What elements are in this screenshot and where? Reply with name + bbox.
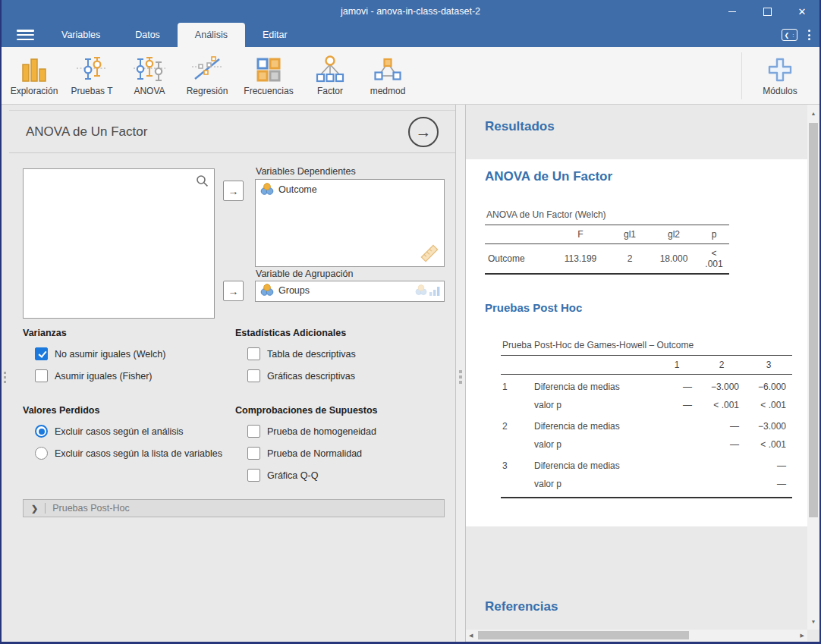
table-cell bbox=[698, 454, 745, 475]
scroll-right-icon[interactable]: ▶ bbox=[801, 633, 804, 638]
table-header-cell: gl1 bbox=[611, 225, 649, 244]
table-header-cell bbox=[531, 356, 656, 375]
vertical-scrollbar[interactable]: ▲ ▼ bbox=[807, 105, 819, 630]
table-cell: < .001 bbox=[745, 396, 792, 414]
tab-editar[interactable]: Editar bbox=[245, 23, 305, 47]
radio-excluir-lista[interactable]: Excluir casos según la lista de variable… bbox=[35, 447, 222, 460]
radio-excluir-analisis[interactable]: Excluir casos según el análisis bbox=[35, 425, 184, 438]
radio-unselected-icon[interactable] bbox=[35, 447, 48, 460]
scroll-up-icon[interactable]: ▲ bbox=[807, 111, 819, 116]
ribbon-regresion[interactable]: Regresión bbox=[179, 55, 235, 96]
variable-name: Outcome bbox=[278, 184, 317, 195]
checkbox-unchecked-icon[interactable] bbox=[247, 369, 260, 382]
results-title: Resultados bbox=[485, 119, 555, 134]
checkbox-unchecked-icon[interactable] bbox=[247, 425, 260, 438]
maximize-button[interactable] bbox=[750, 0, 785, 23]
posthoc-collapsed-section[interactable]: ❯ Pruebas Post-Hoc bbox=[23, 499, 445, 517]
assign-arrow-icon: → bbox=[228, 285, 239, 297]
checkbox-graficas-descriptivas[interactable]: Gráficas descriptivas bbox=[247, 369, 355, 382]
allowed-types-icons bbox=[415, 284, 440, 296]
variable-item-outcome[interactable]: Outcome bbox=[256, 180, 444, 199]
table-header-cell: p bbox=[699, 225, 729, 244]
ribbon-modulos[interactable]: Módulos bbox=[744, 55, 816, 96]
window-title: jamovi - anova-in-class-dataset-2 bbox=[0, 0, 821, 23]
horizontal-scrollbar[interactable]: ◀ ▶ bbox=[466, 630, 807, 641]
checkbox-fisher[interactable]: Asumir iguales (Fisher) bbox=[35, 369, 153, 382]
title-bar: jamovi - anova-in-class-dataset-2 ✕ bbox=[0, 0, 821, 23]
references-heading: Referencias bbox=[485, 599, 558, 614]
nominal-variable-icon bbox=[260, 284, 274, 297]
table-cell: — bbox=[698, 435, 745, 454]
table-cell bbox=[656, 454, 698, 475]
vertical-scrollbar-thumb[interactable] bbox=[809, 123, 818, 517]
ribbon-pruebas-t[interactable]: Pruebas T bbox=[64, 55, 120, 96]
table-cell: Diferencia de medias bbox=[531, 414, 656, 435]
minimize-icon bbox=[728, 11, 736, 12]
table-cell: 1 bbox=[501, 375, 531, 397]
horizontal-scrollbar-thumb[interactable] bbox=[478, 631, 689, 639]
results-content: ANOVA de Un Factor ANOVA de Un Factor (W… bbox=[466, 159, 807, 526]
toggle-results-panel-icon[interactable]: ❮ : bbox=[782, 29, 797, 41]
scroll-down-icon[interactable]: ▼ bbox=[807, 619, 819, 624]
minimize-button[interactable] bbox=[715, 0, 750, 23]
assign-dependent-button[interactable]: → bbox=[223, 181, 244, 201]
collapse-options-button[interactable]: → bbox=[408, 117, 439, 147]
ribbon-frecuencias[interactable]: Frecuencias bbox=[237, 55, 300, 96]
ribbon-factor[interactable]: Factor bbox=[302, 55, 358, 96]
anova-heading: ANOVA de Un Factor bbox=[485, 169, 612, 184]
assign-grouping-button[interactable]: → bbox=[223, 281, 244, 301]
checkbox-tabla-descriptivas[interactable]: Tabla de descriptivas bbox=[247, 347, 356, 360]
section-comprobaciones: Comprobaciones de Supuestos bbox=[235, 405, 378, 416]
nominal-type-icon bbox=[415, 284, 427, 296]
assign-arrow-icon: → bbox=[228, 185, 239, 197]
anova-icon bbox=[133, 55, 166, 85]
medmod-icon bbox=[373, 55, 402, 85]
checkbox-unchecked-icon[interactable] bbox=[247, 447, 260, 460]
posthoc-table: Prueba Post-Hoc de Games-Howell – Outcom… bbox=[501, 338, 792, 498]
close-button[interactable]: ✕ bbox=[785, 0, 819, 23]
table-cell bbox=[656, 475, 698, 498]
more-menu-icon[interactable] bbox=[807, 28, 812, 42]
checkbox-unchecked-icon[interactable] bbox=[35, 369, 48, 382]
checkbox-unchecked-icon[interactable] bbox=[247, 469, 260, 482]
factor-icon bbox=[314, 55, 346, 85]
table-row: valor p — < .001 < .001 bbox=[501, 396, 792, 414]
checkbox-welch[interactable]: No asumir iguales (Welch) bbox=[35, 347, 165, 360]
divider bbox=[45, 503, 46, 514]
checkbox-grafica-qq[interactable]: Gráfica Q-Q bbox=[247, 469, 318, 482]
table-row: Outcome 113.199 2 18.000 < .001 bbox=[485, 244, 729, 275]
table-row: valor p — < .001 bbox=[501, 435, 792, 454]
table-cell: — bbox=[656, 375, 698, 397]
checkbox-normalidad[interactable]: Prueba de Normalidad bbox=[247, 447, 362, 460]
table-caption: Prueba Post-Hoc de Games-Howell – Outcom… bbox=[501, 338, 792, 356]
drag-handle-icon bbox=[459, 370, 462, 384]
table-header-cell: gl2 bbox=[649, 225, 699, 244]
table-cell: Diferencia de medias bbox=[531, 454, 656, 475]
checkbox-homogeneidad[interactable]: Prueba de homogeneidad bbox=[247, 425, 376, 438]
tab-analisis[interactable]: Análisis bbox=[178, 23, 245, 47]
table-cell: — bbox=[698, 414, 745, 435]
panel-splitter[interactable] bbox=[455, 105, 466, 642]
checkbox-checked-icon[interactable] bbox=[35, 347, 48, 360]
posthoc-heading: Pruebas Post Hoc bbox=[485, 301, 582, 314]
radio-selected-icon[interactable] bbox=[35, 425, 48, 438]
checkbox-unchecked-icon[interactable] bbox=[247, 347, 260, 360]
analysis-title: ANOVA de Un Factor bbox=[26, 124, 147, 140]
table-cell: — bbox=[745, 454, 792, 475]
drag-handle-icon bbox=[4, 372, 6, 383]
ribbon-exploracion[interactable]: Exploración bbox=[6, 55, 62, 96]
table-cell: — bbox=[656, 396, 698, 414]
t-test-icon bbox=[76, 55, 108, 85]
grouping-variable-box[interactable]: Groups bbox=[255, 281, 445, 302]
tab-variables[interactable]: Variables bbox=[44, 23, 118, 47]
table-row: 2 Diferencia de medias — −3.000 bbox=[501, 414, 792, 435]
table-row: 3 Diferencia de medias — bbox=[501, 454, 792, 475]
available-variables-list[interactable] bbox=[23, 168, 215, 319]
dependent-variables-box[interactable]: Outcome bbox=[255, 179, 445, 267]
hamburger-menu-icon[interactable] bbox=[17, 30, 34, 40]
tab-datos[interactable]: Datos bbox=[118, 23, 178, 47]
regression-icon bbox=[191, 55, 223, 85]
ribbon-anova[interactable]: ANOVA bbox=[121, 55, 178, 96]
ribbon-medmod[interactable]: medmod bbox=[360, 55, 416, 96]
scroll-left-icon[interactable]: ◀ bbox=[469, 633, 473, 638]
